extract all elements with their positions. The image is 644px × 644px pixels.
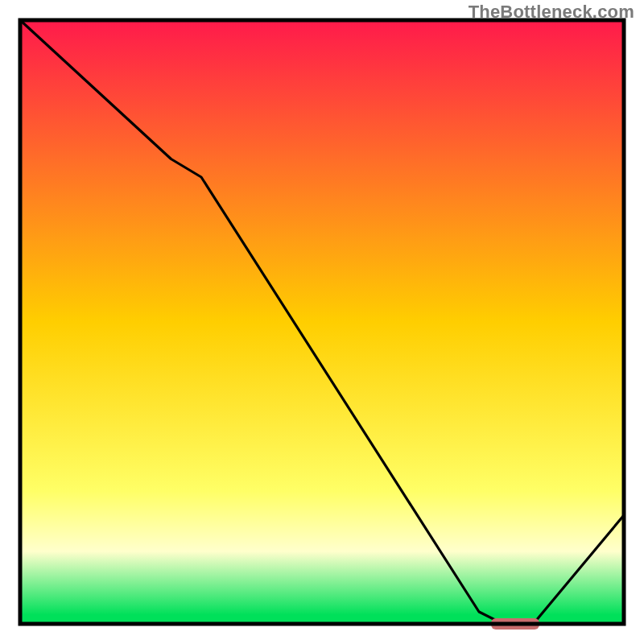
bottleneck-chart	[0, 0, 644, 644]
watermark-text: TheBottleneck.com	[469, 2, 634, 23]
gradient-background	[20, 20, 624, 624]
plot-area	[20, 20, 624, 630]
